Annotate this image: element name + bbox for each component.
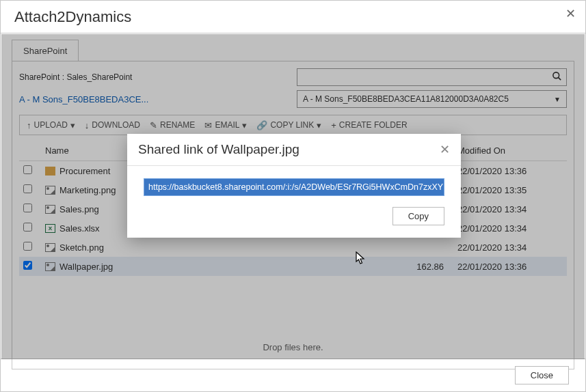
footer: Close xyxy=(1,359,585,391)
modal-title: Shared link of Wallpaper.jpg xyxy=(138,142,299,157)
app-title: Attach2Dynamics xyxy=(14,8,131,26)
titlebar: Attach2Dynamics ✕ xyxy=(1,1,585,33)
window-close-icon[interactable]: ✕ xyxy=(565,6,576,21)
close-button[interactable]: Close xyxy=(515,366,569,384)
share-link-modal: Shared link of Wallpaper.jpg ✕ https://b… xyxy=(127,134,461,238)
shared-url-field[interactable]: https://baskbucket8.sharepoint.com/:i:/s… xyxy=(144,178,444,196)
copy-button[interactable]: Copy xyxy=(392,207,444,225)
app-window: Attach2Dynamics ✕ SharePoint SharePoint … xyxy=(0,0,586,392)
modal-close-icon[interactable]: ✕ xyxy=(440,142,450,157)
